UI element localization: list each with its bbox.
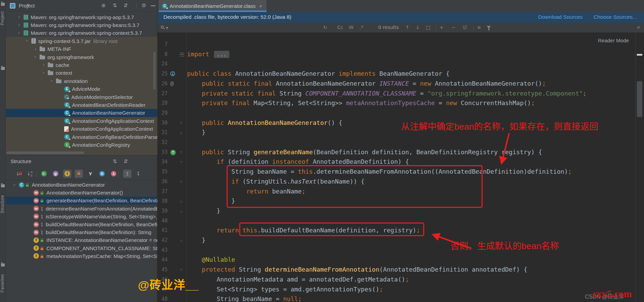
structure-item[interactable]: fINSTANCE: AnnotationBeanNameGenerator =… [6,236,157,244]
show-fields-icon[interactable]: f [63,170,71,178]
refresh-icon[interactable]: ↻ [323,25,327,30]
fold-marker-icon[interactable]: ▿ [180,147,182,157]
tree-arrow-icon[interactable]: › [41,71,46,75]
tree-arrow-icon[interactable]: › [42,62,46,68]
autoscroll-from-source-icon[interactable]: ↧ [134,170,142,178]
code-line[interactable]: } [187,235,205,245]
project-tree-hscrollbar[interactable] [6,152,84,154]
tree-arrow-icon[interactable]: › [12,183,17,187]
implemented-marker-icon[interactable]: ↓ [170,71,175,76]
override-marker-icon[interactable]: ↑ [170,150,176,155]
check-selection-icon[interactable]: ☑ [463,25,467,30]
show-non-public-icon[interactable] [75,170,83,178]
unfold-imports-icon[interactable]: + [180,53,184,57]
stripe-project-label[interactable]: Project [0,8,6,29]
fold-marker-icon[interactable]: ▿ [180,177,182,187]
structure-tool-icon[interactable] [1,184,5,187]
folder-icon[interactable] [1,67,5,70]
code-line[interactable]: private final Map<String, Set<String>> m… [187,98,535,108]
tree-item[interactable]: IAnnotationConfigRegistry [6,141,157,149]
favorites-tool-icon[interactable] [1,263,5,267]
reader-mode-label[interactable]: Reader Mode [598,38,629,43]
structure-item[interactable]: ›CAnnotationBeanNameGenerator [6,181,157,189]
tree-item[interactable]: EAdviceMode [6,85,157,93]
tree-item[interactable]: ›annotation [6,77,157,85]
tree-arrow-icon[interactable]: › [17,22,21,28]
collapse-all-icon[interactable]: ⇵ [124,2,128,9]
expand-all-icon[interactable]: ⇅ [113,2,117,9]
sort-by-visibility-icon[interactable]: ↓ [15,170,23,178]
structure-item[interactable]: mbuildDefaultBeanName(BeanDefinition, Be… [6,220,157,228]
hide-panel-icon[interactable]: — [151,2,156,9]
fold-marker-icon[interactable]: ▿ [180,265,182,275]
code-line[interactable]: public static final AnnotationBeanNameGe… [187,79,546,89]
fold-marker-icon[interactable]: ▵ [180,235,182,245]
code-line[interactable]: @Nullable [187,255,235,265]
project-tool-icon[interactable] [1,3,5,6]
match-case-toggle[interactable]: Cc [337,25,343,30]
fold-marker-icon[interactable]: ▿ [180,118,182,128]
tree-item[interactable]: ›Maven: org.springframework:spring-aop:5… [6,13,157,21]
tree-arrow-icon[interactable]: › [25,39,30,43]
tree-arrow-icon[interactable]: › [33,46,38,52]
sort-alphabetically-icon[interactable]: ↓az [26,170,34,178]
tree-arrow-icon[interactable]: › [49,79,55,83]
tree-item[interactable]: ›Maven: org.springframework:spring-beans… [6,21,157,29]
select-all-occurrences-icon[interactable]: □ [426,25,430,30]
code-line[interactable]: public class AnnotationBeanNameGenerator… [187,69,449,79]
show-inherited-icon[interactable]: I↑ [40,170,48,178]
code-line[interactable]: protected String determineBeanNameFromAn… [187,265,527,275]
search-icon[interactable] [161,26,164,29]
code-line[interactable]: import ... [187,49,229,59]
previous-occurrence-icon[interactable]: ↑ [405,25,410,30]
structure-item[interactable]: mbuildDefaultBeanName(BeanDefinition): S… [6,228,157,236]
editor-scrollbar-thumb[interactable] [637,81,642,117]
filter-icon[interactable] [487,26,491,28]
code-line[interactable]: public AnnotationBeanNameGenerator() { [187,118,342,128]
show-lambdas-icon[interactable]: λ [110,170,118,178]
fold-marker-icon[interactable]: ▿ [180,157,182,167]
tree-arrow-icon[interactable]: › [17,14,21,20]
code-line[interactable]: private static final String COMPONENT_AN… [187,89,586,99]
code-line[interactable]: public String generateBeanName(BeanDefin… [187,147,542,157]
fold-marker-icon[interactable]: ▵ [180,206,182,216]
tree-item[interactable]: ›cache [6,61,157,69]
next-occurrence-icon[interactable]: ↓ [416,25,420,30]
code-line[interactable]: Set<String> types = amd.getAnnotationTyp… [187,285,383,294]
tree-item[interactable]: ›context [6,69,157,77]
project-tree-scrollbar[interactable] [153,52,156,89]
fold-marker-icon[interactable]: ▵ [180,128,182,138]
tree-item[interactable]: ›META-INF [6,45,157,53]
structure-item[interactable]: fCOMPONENT_ANNOTATION_CLASSNAME: String [6,244,157,252]
tree-item[interactable]: ›spring-context-5.3.7.jarlibrary root [6,37,157,45]
collapse-all-icon[interactable]: ⇵ [124,158,128,164]
structure-panel-title[interactable]: Structure [11,158,31,164]
structure-item[interactable]: mAnnotationBeanNameGenerator() [6,189,157,197]
structure-item[interactable]: mgenerateBeanName(BeanDefinition, BeanDe… [6,197,157,204]
tree-item[interactable]: ›org.springframework [6,53,157,61]
gear-icon[interactable]: ⚙ [142,2,146,9]
group-methods-icon[interactable]: Y [86,170,95,178]
tree-item[interactable]: CAnnotatedBeanDefinitionReader [6,101,157,109]
filter-lines-icon[interactable]: ≡ [477,25,481,30]
code-line[interactable]: String beanName = null; [187,294,302,302]
close-search-icon[interactable]: × [636,25,641,30]
autoscroll-to-source-icon[interactable]: ↥ [123,170,131,178]
show-anonymous-icon[interactable]: O [98,170,106,178]
expand-all-icon[interactable]: ⇅ [113,158,117,164]
download-sources-link[interactable]: Download Sources [538,14,583,20]
structure-item[interactable]: misStereotypeWithNameValue(String, Set<S… [6,213,157,220]
fold-marker-icon[interactable]: ▵ [180,196,182,206]
chevron-down-icon[interactable]: ▼ [166,26,168,30]
add-selection-icon[interactable]: + [440,25,444,30]
structure-item[interactable]: fmetaAnnotationTypesCache: Map<String, S… [6,252,157,260]
tree-item[interactable]: CAnnotationConfigBeanDefinitionParser [6,133,157,141]
code-line[interactable]: } [187,128,205,138]
code-line[interactable]: } [187,206,220,216]
show-properties-icon[interactable]: p [52,170,60,178]
stripe-structure-label[interactable]: Structure [0,190,6,218]
tree-item[interactable]: AnnotationConfigApplicationContext [6,125,157,133]
tree-arrow-icon[interactable]: › [16,31,22,35]
code-line[interactable]: AnnotationMetadata amd = annotatedDef.ge… [187,275,409,285]
tree-item[interactable]: ›Maven: org.springframework:spring-conte… [6,29,157,37]
